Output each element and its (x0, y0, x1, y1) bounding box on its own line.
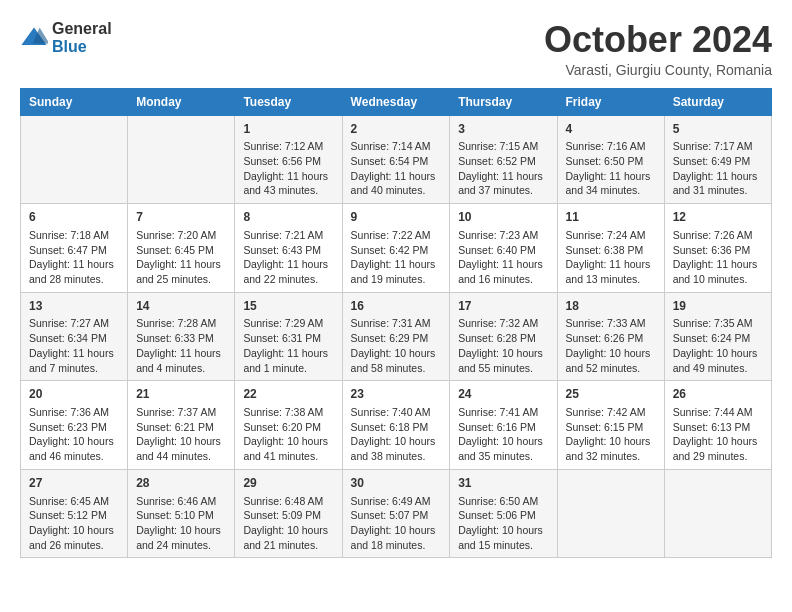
calendar-cell (664, 469, 771, 558)
calendar-cell: 17Sunrise: 7:32 AMSunset: 6:28 PMDayligh… (450, 292, 557, 381)
calendar-cell: 26Sunrise: 7:44 AMSunset: 6:13 PMDayligh… (664, 381, 771, 470)
day-content: Sunrise: 7:15 AMSunset: 6:52 PMDaylight:… (458, 139, 548, 198)
day-content: Sunrise: 7:42 AMSunset: 6:15 PMDaylight:… (566, 405, 656, 464)
calendar-cell: 4Sunrise: 7:16 AMSunset: 6:50 PMDaylight… (557, 115, 664, 204)
day-content: Sunrise: 7:27 AMSunset: 6:34 PMDaylight:… (29, 316, 119, 375)
calendar-cell: 5Sunrise: 7:17 AMSunset: 6:49 PMDaylight… (664, 115, 771, 204)
logo-general: General (52, 20, 112, 38)
calendar-cell: 25Sunrise: 7:42 AMSunset: 6:15 PMDayligh… (557, 381, 664, 470)
calendar-week-4: 20Sunrise: 7:36 AMSunset: 6:23 PMDayligh… (21, 381, 772, 470)
day-number: 11 (566, 209, 656, 226)
calendar-cell: 27Sunrise: 6:45 AMSunset: 5:12 PMDayligh… (21, 469, 128, 558)
day-number: 25 (566, 386, 656, 403)
calendar-cell: 31Sunrise: 6:50 AMSunset: 5:06 PMDayligh… (450, 469, 557, 558)
header-thursday: Thursday (450, 88, 557, 115)
day-content: Sunrise: 7:40 AMSunset: 6:18 PMDaylight:… (351, 405, 442, 464)
header-monday: Monday (128, 88, 235, 115)
header-saturday: Saturday (664, 88, 771, 115)
month-title: October 2024 (544, 20, 772, 60)
calendar-cell: 18Sunrise: 7:33 AMSunset: 6:26 PMDayligh… (557, 292, 664, 381)
calendar-cell (557, 469, 664, 558)
calendar-cell: 2Sunrise: 7:14 AMSunset: 6:54 PMDaylight… (342, 115, 450, 204)
day-content: Sunrise: 7:36 AMSunset: 6:23 PMDaylight:… (29, 405, 119, 464)
day-number: 18 (566, 298, 656, 315)
day-number: 29 (243, 475, 333, 492)
day-content: Sunrise: 6:46 AMSunset: 5:10 PMDaylight:… (136, 494, 226, 553)
day-number: 31 (458, 475, 548, 492)
calendar-cell: 29Sunrise: 6:48 AMSunset: 5:09 PMDayligh… (235, 469, 342, 558)
calendar-table: Sunday Monday Tuesday Wednesday Thursday… (20, 88, 772, 559)
day-content: Sunrise: 7:41 AMSunset: 6:16 PMDaylight:… (458, 405, 548, 464)
day-number: 4 (566, 121, 656, 138)
calendar-cell: 14Sunrise: 7:28 AMSunset: 6:33 PMDayligh… (128, 292, 235, 381)
day-content: Sunrise: 7:18 AMSunset: 6:47 PMDaylight:… (29, 228, 119, 287)
day-number: 20 (29, 386, 119, 403)
day-content: Sunrise: 7:31 AMSunset: 6:29 PMDaylight:… (351, 316, 442, 375)
day-number: 21 (136, 386, 226, 403)
calendar-header: Sunday Monday Tuesday Wednesday Thursday… (21, 88, 772, 115)
day-number: 30 (351, 475, 442, 492)
calendar-cell: 16Sunrise: 7:31 AMSunset: 6:29 PMDayligh… (342, 292, 450, 381)
calendar-cell: 9Sunrise: 7:22 AMSunset: 6:42 PMDaylight… (342, 204, 450, 293)
day-content: Sunrise: 7:22 AMSunset: 6:42 PMDaylight:… (351, 228, 442, 287)
day-content: Sunrise: 7:28 AMSunset: 6:33 PMDaylight:… (136, 316, 226, 375)
day-number: 5 (673, 121, 763, 138)
location: Varasti, Giurgiu County, Romania (544, 62, 772, 78)
header-row: Sunday Monday Tuesday Wednesday Thursday… (21, 88, 772, 115)
day-content: Sunrise: 7:20 AMSunset: 6:45 PMDaylight:… (136, 228, 226, 287)
calendar-body: 1Sunrise: 7:12 AMSunset: 6:56 PMDaylight… (21, 115, 772, 558)
day-content: Sunrise: 7:29 AMSunset: 6:31 PMDaylight:… (243, 316, 333, 375)
day-number: 22 (243, 386, 333, 403)
day-number: 16 (351, 298, 442, 315)
day-content: Sunrise: 7:12 AMSunset: 6:56 PMDaylight:… (243, 139, 333, 198)
calendar-cell (21, 115, 128, 204)
day-number: 10 (458, 209, 548, 226)
day-content: Sunrise: 7:44 AMSunset: 6:13 PMDaylight:… (673, 405, 763, 464)
calendar-cell: 20Sunrise: 7:36 AMSunset: 6:23 PMDayligh… (21, 381, 128, 470)
logo-blue: Blue (52, 38, 112, 56)
title-section: October 2024 Varasti, Giurgiu County, Ro… (544, 20, 772, 78)
calendar-cell: 30Sunrise: 6:49 AMSunset: 5:07 PMDayligh… (342, 469, 450, 558)
day-content: Sunrise: 7:38 AMSunset: 6:20 PMDaylight:… (243, 405, 333, 464)
calendar-week-1: 1Sunrise: 7:12 AMSunset: 6:56 PMDaylight… (21, 115, 772, 204)
calendar-cell: 10Sunrise: 7:23 AMSunset: 6:40 PMDayligh… (450, 204, 557, 293)
calendar-cell: 22Sunrise: 7:38 AMSunset: 6:20 PMDayligh… (235, 381, 342, 470)
day-number: 26 (673, 386, 763, 403)
day-content: Sunrise: 7:37 AMSunset: 6:21 PMDaylight:… (136, 405, 226, 464)
calendar-cell: 11Sunrise: 7:24 AMSunset: 6:38 PMDayligh… (557, 204, 664, 293)
calendar-cell: 1Sunrise: 7:12 AMSunset: 6:56 PMDaylight… (235, 115, 342, 204)
calendar-week-5: 27Sunrise: 6:45 AMSunset: 5:12 PMDayligh… (21, 469, 772, 558)
calendar-cell: 8Sunrise: 7:21 AMSunset: 6:43 PMDaylight… (235, 204, 342, 293)
calendar-week-2: 6Sunrise: 7:18 AMSunset: 6:47 PMDaylight… (21, 204, 772, 293)
day-content: Sunrise: 7:35 AMSunset: 6:24 PMDaylight:… (673, 316, 763, 375)
calendar-cell: 24Sunrise: 7:41 AMSunset: 6:16 PMDayligh… (450, 381, 557, 470)
day-content: Sunrise: 7:14 AMSunset: 6:54 PMDaylight:… (351, 139, 442, 198)
day-number: 24 (458, 386, 548, 403)
header-wednesday: Wednesday (342, 88, 450, 115)
day-number: 27 (29, 475, 119, 492)
day-number: 14 (136, 298, 226, 315)
day-content: Sunrise: 7:32 AMSunset: 6:28 PMDaylight:… (458, 316, 548, 375)
logo: General Blue (20, 20, 112, 56)
day-content: Sunrise: 7:16 AMSunset: 6:50 PMDaylight:… (566, 139, 656, 198)
day-number: 6 (29, 209, 119, 226)
day-number: 2 (351, 121, 442, 138)
page-header: General Blue October 2024 Varasti, Giurg… (20, 20, 772, 78)
day-number: 23 (351, 386, 442, 403)
day-number: 17 (458, 298, 548, 315)
calendar-cell: 13Sunrise: 7:27 AMSunset: 6:34 PMDayligh… (21, 292, 128, 381)
calendar-week-3: 13Sunrise: 7:27 AMSunset: 6:34 PMDayligh… (21, 292, 772, 381)
day-content: Sunrise: 7:17 AMSunset: 6:49 PMDaylight:… (673, 139, 763, 198)
calendar-cell: 3Sunrise: 7:15 AMSunset: 6:52 PMDaylight… (450, 115, 557, 204)
day-content: Sunrise: 7:23 AMSunset: 6:40 PMDaylight:… (458, 228, 548, 287)
header-tuesday: Tuesday (235, 88, 342, 115)
day-number: 8 (243, 209, 333, 226)
calendar-cell: 23Sunrise: 7:40 AMSunset: 6:18 PMDayligh… (342, 381, 450, 470)
day-number: 15 (243, 298, 333, 315)
day-number: 19 (673, 298, 763, 315)
day-number: 28 (136, 475, 226, 492)
day-number: 9 (351, 209, 442, 226)
day-content: Sunrise: 6:48 AMSunset: 5:09 PMDaylight:… (243, 494, 333, 553)
calendar-cell: 28Sunrise: 6:46 AMSunset: 5:10 PMDayligh… (128, 469, 235, 558)
day-content: Sunrise: 6:45 AMSunset: 5:12 PMDaylight:… (29, 494, 119, 553)
